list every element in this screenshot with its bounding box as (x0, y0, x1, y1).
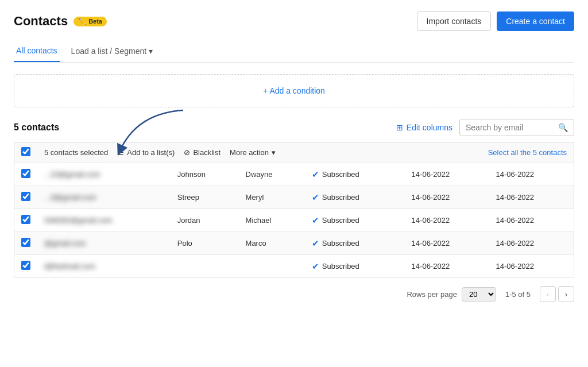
contact-status: ✔ Subscribed (305, 255, 405, 278)
contact-firstname: Michael (239, 209, 305, 232)
page-info: 1-5 of 5 (505, 290, 531, 299)
status-text: Subscribed (322, 239, 359, 248)
row-checkbox[interactable] (21, 261, 30, 270)
email-text: ...3@gmail.com (44, 193, 96, 202)
chevron-down-icon: ▾ (149, 47, 153, 56)
contact-date2: 14-06-2022 (489, 232, 574, 255)
search-box: 🔍 (459, 119, 574, 136)
contact-date1: 14-06-2022 (405, 255, 489, 278)
status-text: Subscribed (322, 262, 359, 271)
header-left: Contacts ✏️ Beta (14, 14, 107, 29)
contact-email: ...3@gmail.com (37, 186, 171, 209)
list-icon: ☰ (117, 148, 124, 157)
status-text: Subscribed (322, 216, 359, 225)
contact-firstname: Meryl (239, 186, 305, 209)
contact-firstname: Marco (239, 232, 305, 255)
email-text: ...23@gmail.com (44, 170, 100, 179)
blacklist-button[interactable]: ⊘ Blacklist (184, 148, 220, 157)
rows-per-page: Rows per page 20 50 100 (407, 287, 496, 302)
contact-email: ...23@gmail.com (37, 163, 171, 186)
row-checkbox[interactable] (21, 169, 30, 178)
contact-email: l@fastmail.com (37, 255, 171, 278)
more-action-button[interactable]: More action ▾ (230, 148, 276, 157)
contact-firstname (239, 255, 305, 278)
chevron-down-icon: ▾ (272, 148, 276, 157)
pagination: Rows per page 20 50 100 1-5 of 5 ‹ › (14, 278, 574, 304)
add-to-list-button[interactable]: ☰ Add to a list(s) (117, 148, 175, 157)
action-row: 5 contacts selected ☰ Add to a list(s) ⊘… (14, 142, 574, 163)
row-checkbox[interactable] (21, 192, 30, 201)
rows-per-page-select[interactable]: 20 50 100 (462, 287, 496, 302)
contact-lastname: Jordan (171, 209, 239, 232)
search-input[interactable] (466, 123, 555, 132)
table-row: l@fastmail.com ✔ Subscribed 14-06-2022 1… (14, 255, 574, 278)
prev-page-button[interactable]: ‹ (540, 286, 556, 302)
email-text: l348282@gmail.com (44, 216, 113, 225)
contact-date1: 14-06-2022 (405, 186, 489, 209)
contact-date1: 14-06-2022 (405, 232, 489, 255)
table-row: @gmail.com Polo Marco ✔ Subscribed 14-06… (14, 232, 574, 255)
email-text: @gmail.com (44, 239, 86, 248)
table-controls: ⊞ Edit columns 🔍 (396, 119, 574, 136)
tabs-bar: All contacts Load a list / Segment ▾ (14, 40, 574, 63)
subscribed-icon: ✔ (312, 192, 319, 203)
tab-all-contacts[interactable]: All contacts (14, 40, 60, 62)
contact-date1: 14-06-2022 (405, 209, 489, 232)
edit-columns-button[interactable]: ⊞ Edit columns (396, 123, 452, 132)
contact-lastname: Johnson (171, 163, 239, 186)
contacts-table: 5 contacts selected ☰ Add to a list(s) ⊘… (14, 142, 574, 278)
tab-load-list[interactable]: Load a list / Segment ▾ (71, 47, 153, 56)
contact-date2: 14-06-2022 (489, 186, 574, 209)
block-icon: ⊘ (184, 148, 190, 157)
page-nav: ‹ › (540, 286, 574, 302)
contact-date1: 14-06-2022 (405, 163, 489, 186)
contact-lastname: Polo (171, 232, 239, 255)
contact-firstname: Dwayne (239, 163, 305, 186)
import-contacts-button[interactable]: Import contacts (417, 11, 492, 31)
table-row: ...23@gmail.com Johnson Dwayne ✔ Subscri… (14, 163, 574, 186)
contact-lastname (171, 255, 239, 278)
table-row: l348282@gmail.com Jordan Michael ✔ Subsc… (14, 209, 574, 232)
table-row: ...3@gmail.com Streep Meryl ✔ Subscribed… (14, 186, 574, 209)
contact-date2: 14-06-2022 (489, 209, 574, 232)
row-checkbox[interactable] (21, 238, 30, 247)
contact-email: l348282@gmail.com (37, 209, 171, 232)
selected-label: 5 contacts selected (44, 148, 108, 157)
contact-status: ✔ Subscribed (305, 232, 405, 255)
beta-badge: ✏️ Beta (74, 17, 107, 26)
subscribed-icon: ✔ (312, 238, 319, 249)
table-meta: 5 contacts ⊞ Edit columns 🔍 (14, 119, 574, 136)
search-icon: 🔍 (558, 123, 568, 132)
contact-date2: 14-06-2022 (489, 163, 574, 186)
contact-lastname: Streep (171, 186, 239, 209)
add-condition-button[interactable]: + Add a condition (263, 86, 325, 95)
pencil-icon: ✏️ (78, 18, 86, 25)
condition-bar: + Add a condition (14, 74, 574, 107)
create-contact-button[interactable]: Create a contact (497, 11, 574, 31)
grid-icon: ⊞ (396, 123, 403, 132)
action-cell: 5 contacts selected ☰ Add to a list(s) ⊘… (44, 148, 567, 157)
contact-status: ✔ Subscribed (305, 186, 405, 209)
status-text: Subscribed (322, 170, 359, 179)
status-text: Subscribed (322, 193, 359, 202)
page-title: Contacts (14, 14, 68, 29)
page-header: Contacts ✏️ Beta Import contacts Create … (14, 11, 574, 31)
select-all-checkbox[interactable] (21, 147, 30, 156)
select-all-link[interactable]: Select all the 5 contacts (488, 148, 567, 157)
subscribed-icon: ✔ (312, 169, 319, 180)
subscribed-icon: ✔ (312, 261, 319, 272)
contact-date2: 14-06-2022 (489, 255, 574, 278)
contacts-count: 5 contacts (14, 122, 59, 133)
row-checkbox[interactable] (21, 215, 30, 224)
email-text: l@fastmail.com (44, 262, 95, 271)
subscribed-icon: ✔ (312, 215, 319, 226)
contact-status: ✔ Subscribed (305, 209, 405, 232)
contact-status: ✔ Subscribed (305, 163, 405, 186)
contact-email: @gmail.com (37, 232, 171, 255)
next-page-button[interactable]: › (558, 286, 574, 302)
header-actions: Import contacts Create a contact (417, 11, 574, 31)
